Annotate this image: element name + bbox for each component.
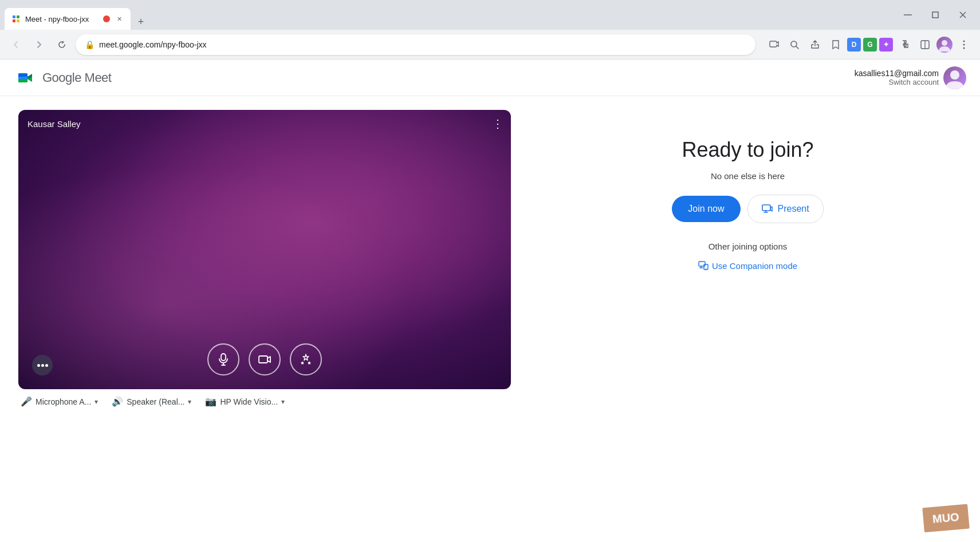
speaker-label: Speaker (Real... (127, 397, 184, 406)
video-preview: Kausar Salley ⋮ (18, 110, 511, 389)
camera-dropdown-arrow: ▾ (281, 398, 285, 406)
tab-close-button[interactable]: ✕ (115, 14, 124, 23)
page-content: Google Meet kasallies11@gmail.com Switch… (0, 60, 980, 542)
camera-toggle-button[interactable] (249, 343, 281, 375)
app-header: Google Meet kasallies11@gmail.com Switch… (0, 60, 980, 96)
video-user-name: Kausar Salley (27, 119, 81, 129)
split-view-icon[interactable] (916, 35, 934, 54)
svg-point-12 (942, 40, 947, 46)
video-section: Kausar Salley ⋮ (18, 110, 511, 407)
maximize-button[interactable] (923, 6, 948, 24)
user-avatar[interactable] (943, 66, 966, 89)
muo-watermark: MUO (923, 504, 970, 533)
svg-point-15 (963, 47, 965, 49)
tab-favicon-icon (11, 14, 21, 23)
tab-title: Meet - npy-fboo-jxx (25, 15, 99, 23)
address-bar: 🔒 meet.google.com/npy-fboo-jxx D G ✦ (0, 30, 980, 60)
user-info: kasallies11@gmail.com Switch account (855, 69, 939, 86)
tab-media-indicator (103, 15, 110, 22)
extensions-icon[interactable] (895, 35, 914, 54)
zoom-icon[interactable] (785, 35, 804, 54)
speaker-selector[interactable]: 🔊 Speaker (Real... ▾ (112, 396, 191, 407)
extension-s-icon[interactable]: ✦ (879, 38, 893, 52)
browser-frame: Meet - npy-fboo-jxx ✕ + (0, 0, 980, 542)
join-now-button[interactable]: Join now (672, 196, 740, 222)
extension-d-icon[interactable]: D (847, 38, 861, 52)
active-tab[interactable]: Meet - npy-fboo-jxx ✕ (5, 8, 131, 30)
video-more-button[interactable]: ⋮ (492, 117, 504, 130)
forward-button[interactable] (30, 35, 48, 54)
device-controls: 🎤 Microphone A... ▾ 🔊 Speaker (Real... ▾… (18, 396, 511, 407)
camera-label: HP Wide Visio... (220, 397, 278, 406)
svg-rect-1 (17, 15, 19, 18)
no-one-text: No one else is here (711, 171, 785, 181)
mic-dropdown-arrow: ▾ (95, 398, 98, 406)
toolbar-icons: D G ✦ (765, 35, 973, 54)
bookmark-icon[interactable] (826, 35, 845, 54)
speaker-icon: 🔊 (112, 396, 123, 407)
ready-title: Ready to join? (682, 137, 813, 162)
switch-account-link[interactable]: Switch account (855, 78, 939, 86)
header-right: kasallies11@gmail.com Switch account (855, 66, 966, 89)
back-button[interactable] (7, 35, 25, 54)
camera-device-icon: 📷 (205, 396, 217, 407)
effects-button[interactable] (290, 343, 322, 375)
extension-g-icon[interactable]: G (863, 38, 877, 52)
reload-button[interactable] (53, 35, 71, 54)
more-options-icon[interactable] (955, 35, 973, 54)
microphone-label: Microphone A... (36, 397, 91, 406)
present-button[interactable]: Present (747, 195, 824, 223)
meet-logo-icon (14, 66, 37, 89)
user-email: kasallies11@gmail.com (855, 69, 939, 78)
minimize-button[interactable] (895, 6, 920, 24)
svg-rect-3 (17, 19, 19, 22)
title-bar: Meet - npy-fboo-jxx ✕ + (0, 0, 980, 30)
svg-point-14 (963, 43, 965, 45)
svg-rect-17 (18, 77, 27, 79)
companion-mode-icon (698, 260, 709, 271)
microphone-selector[interactable]: 🎤 Microphone A... ▾ (21, 396, 98, 407)
camera-selector[interactable]: 📷 HP Wide Visio... ▾ (205, 396, 285, 407)
svg-rect-19 (221, 354, 226, 361)
new-tab-button[interactable]: + (133, 14, 149, 30)
other-options-text: Other joining options (709, 242, 788, 251)
speaker-dropdown-arrow: ▾ (188, 398, 191, 406)
microphone-icon: 🎤 (21, 396, 32, 407)
present-label: Present (778, 204, 809, 214)
svg-point-13 (963, 40, 965, 42)
video-controls (18, 343, 511, 375)
svg-rect-5 (932, 12, 938, 18)
microphone-toggle-button[interactable] (207, 343, 239, 375)
user-avatar-small[interactable] (936, 37, 953, 53)
svg-point-18 (950, 70, 959, 80)
window-controls (895, 6, 975, 24)
right-panel: Ready to join? No one else is here Join … (534, 110, 962, 271)
main-area: Kausar Salley ⋮ (0, 96, 980, 542)
join-buttons: Join now Present (672, 195, 823, 223)
tab-bar: Meet - npy-fboo-jxx ✕ + (5, 0, 895, 30)
google-meet-logo: Google Meet (14, 66, 111, 89)
app-title: Google Meet (42, 70, 111, 85)
companion-mode-label: Use Companion mode (712, 261, 797, 271)
svg-rect-2 (13, 19, 15, 22)
address-text: meet.google.com/npy-fboo-jxx (99, 40, 207, 49)
companion-mode-link[interactable]: Use Companion mode (698, 260, 797, 271)
svg-rect-22 (762, 205, 770, 211)
camera-toolbar-icon[interactable] (765, 35, 783, 54)
close-button[interactable] (950, 6, 975, 24)
share-icon[interactable] (806, 35, 824, 54)
present-icon (762, 203, 773, 215)
svg-line-9 (796, 46, 798, 49)
svg-rect-0 (13, 15, 15, 18)
lock-icon: 🔒 (85, 40, 95, 49)
address-bar-input[interactable]: 🔒 meet.google.com/npy-fboo-jxx (76, 34, 755, 55)
